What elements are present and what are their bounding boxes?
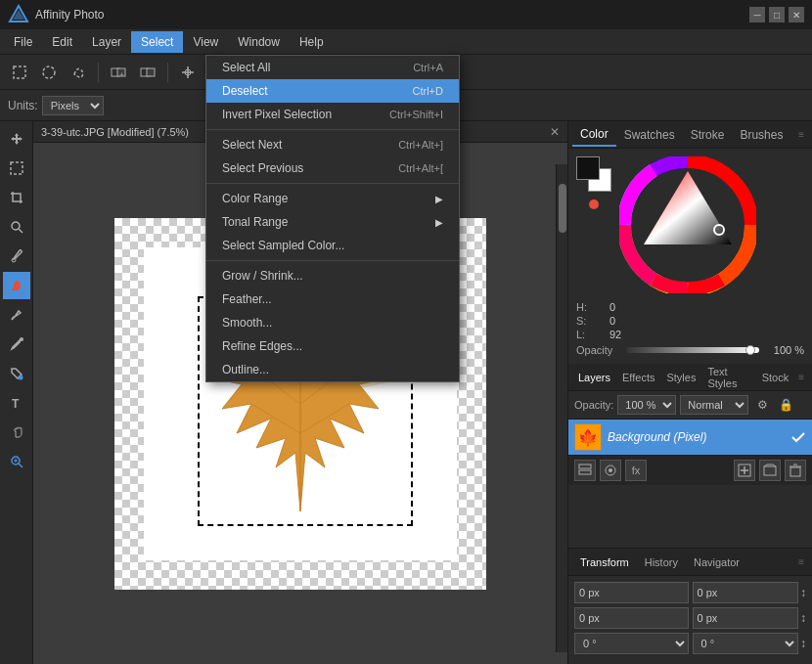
layer-blend-select[interactable]: Normal	[680, 395, 748, 415]
transform-panel-expand[interactable]: ≡	[794, 556, 808, 567]
layers-mask-btn[interactable]	[600, 460, 621, 481]
fg-color-swatch[interactable]	[576, 156, 600, 180]
menu-view[interactable]: View	[183, 31, 228, 53]
x-input[interactable]	[574, 582, 689, 603]
menu-deselect[interactable]: Deselect Ctrl+D	[206, 79, 459, 103]
opacity-handle[interactable]	[745, 345, 755, 355]
layer-settings-btn[interactable]: ⚙	[752, 395, 772, 415]
l-label: L:	[576, 329, 606, 340]
app-logo-icon	[8, 4, 29, 25]
toolbar-freehand-select[interactable]	[65, 59, 92, 86]
tab-styles[interactable]: Styles	[660, 368, 701, 387]
tool-fill[interactable]	[3, 360, 30, 387]
tab-navigator[interactable]: Navigator	[686, 553, 747, 572]
menu-select-prev[interactable]: Select Previous Ctrl+Alt+[	[206, 156, 459, 180]
svg-point-18	[12, 222, 20, 230]
toolbar-add-sel[interactable]: +	[105, 59, 132, 86]
menu-help[interactable]: Help	[290, 31, 334, 53]
tool-pen[interactable]	[3, 301, 30, 329]
tool-eyedropper[interactable]	[3, 243, 30, 270]
menu-tonal-range[interactable]: Tonal Range ▶	[206, 210, 459, 234]
menu-select-next[interactable]: Select Next Ctrl+Alt+]	[206, 133, 459, 156]
canvas-vertical-scrollbar[interactable]	[556, 164, 567, 652]
tab-effects[interactable]: Effects	[616, 368, 660, 387]
menu-color-range[interactable]: Color Range ▶	[206, 187, 459, 210]
layers-stack-btn[interactable]	[574, 460, 596, 481]
tool-text[interactable]: T	[3, 389, 30, 417]
svg-point-39	[609, 468, 612, 472]
minimize-button[interactable]: ─	[749, 7, 765, 22]
transform-tabs: Transform History Navigator ≡	[568, 549, 812, 576]
y-input[interactable]	[693, 582, 799, 603]
menu-select[interactable]: Select	[131, 31, 183, 53]
tab-text-styles[interactable]: Text Styles	[701, 362, 755, 393]
tab-transform[interactable]: Transform	[572, 553, 637, 572]
tool-brush[interactable]	[3, 331, 30, 358]
tab-stroke[interactable]: Stroke	[683, 124, 733, 146]
h-label: H:	[576, 301, 606, 313]
menu-window[interactable]: Window	[228, 31, 290, 53]
h-value: 0	[609, 301, 615, 313]
tool-zoom-main[interactable]	[3, 448, 30, 475]
menu-edit[interactable]: Edit	[42, 31, 82, 53]
close-button[interactable]: ✕	[789, 7, 804, 22]
layer-row-background[interactable]: 🍁 Background (Pixel)	[568, 420, 812, 455]
tab-brushes[interactable]: Brushes	[732, 124, 790, 146]
svg-rect-44	[790, 467, 800, 476]
tab-swatches[interactable]: Swatches	[616, 124, 683, 146]
menu-invert-sel[interactable]: Invert Pixel Selection Ctrl+Shift+I	[206, 103, 459, 126]
transform-xy-grid: ↕	[574, 582, 806, 603]
tab-layers[interactable]: Layers	[572, 368, 616, 387]
units-select[interactable]: Pixels Inches cm mm	[42, 96, 104, 115]
toolbar-sep-2	[167, 63, 168, 82]
opacity-slider[interactable]	[626, 347, 759, 353]
tool-selection[interactable]	[3, 155, 30, 182]
menu-layer[interactable]: Layer	[82, 31, 131, 53]
toolbar-ellipse-select[interactable]	[35, 59, 63, 86]
svg-rect-36	[579, 465, 591, 468]
menu-refine-edges[interactable]: Refine Edges...	[206, 334, 459, 358]
toolbar-rect-select[interactable]	[6, 59, 33, 86]
title-bar: Affinity Photo ─ □ ✕	[0, 0, 812, 29]
color-wheel-area	[576, 156, 804, 293]
canvas-tab-close[interactable]: ✕	[550, 125, 560, 139]
menu-outline[interactable]: Outline...	[206, 358, 459, 381]
menu-feather[interactable]: Feather...	[206, 288, 459, 311]
svg-rect-43	[764, 466, 776, 475]
angle1-select[interactable]: 0 °	[574, 633, 689, 654]
tool-move[interactable]	[3, 125, 30, 153]
maximize-button[interactable]: □	[769, 7, 785, 22]
menu-select-all[interactable]: Select All Ctrl+A	[206, 56, 459, 79]
color-panel-expand[interactable]: ≡	[794, 129, 808, 140]
layer-opacity-select[interactable]: 100 %	[617, 395, 676, 415]
toolbar-sub-sel[interactable]: -	[134, 59, 161, 86]
tool-paint[interactable]	[3, 272, 30, 299]
v-scroll-thumb[interactable]	[559, 184, 566, 233]
layers-new-btn[interactable]	[734, 460, 755, 481]
tab-color[interactable]: Color	[572, 123, 616, 147]
layers-group-btn[interactable]	[759, 460, 781, 481]
tab-history[interactable]: History	[637, 553, 686, 572]
color-tools-col	[576, 156, 611, 209]
layers-panel-expand[interactable]: ≡	[794, 372, 808, 382]
w-input[interactable]	[574, 607, 689, 629]
toolbar-snap[interactable]	[174, 59, 202, 86]
tool-crop[interactable]	[3, 184, 30, 211]
menu-file[interactable]: File	[4, 31, 42, 53]
color-picker-dot[interactable]	[589, 199, 599, 209]
layers-fx-btn[interactable]: fx	[625, 460, 647, 481]
color-wheel[interactable]	[619, 156, 756, 293]
menu-smooth[interactable]: Smooth...	[206, 311, 459, 334]
h-input[interactable]	[693, 607, 799, 629]
menu-sampled-color[interactable]: Select Sampled Color...	[206, 234, 459, 257]
layer-lock-btn[interactable]: 🔒	[776, 395, 795, 415]
menu-grow-shrink[interactable]: Grow / Shrink...	[206, 264, 459, 288]
tool-hand[interactable]	[3, 419, 30, 446]
color-fg-bg-swatch[interactable]	[576, 156, 611, 192]
tool-zoom[interactable]	[3, 213, 30, 241]
layer-visible-check[interactable]	[790, 429, 806, 445]
angle2-select[interactable]: 0 °	[693, 633, 799, 654]
layers-delete-btn[interactable]	[785, 460, 806, 481]
w-field	[574, 607, 689, 629]
tab-stock[interactable]: Stock	[756, 368, 795, 387]
